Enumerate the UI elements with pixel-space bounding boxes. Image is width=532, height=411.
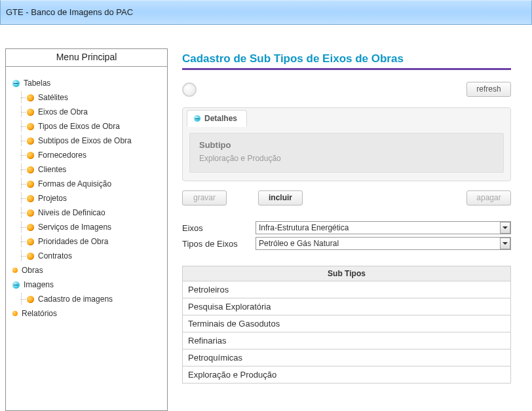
table-row[interactable]: Pesquisa Exploratória: [183, 298, 511, 315]
nav-item[interactable]: Tipos de Eixos de Obra: [16, 119, 167, 134]
tree-line: [16, 106, 27, 118]
collapse-icon: [12, 281, 20, 289]
button-label: gravar: [193, 193, 216, 202]
nav-item[interactable]: Serviços de Imagens: [16, 220, 167, 234]
nav-imagens[interactable]: Imagens: [12, 277, 167, 292]
bullet-icon: [27, 181, 34, 188]
table-cell: Pesquisa Exploratória: [183, 298, 511, 315]
nav-label: Subtipos de Eixos de Obra: [38, 135, 132, 147]
field-label-subtipo: Subtipo: [199, 140, 494, 150]
refresh-button[interactable]: refresh: [466, 82, 511, 97]
label-tipos-eixos: Tipos de Eixos: [182, 239, 256, 249]
nav-label: Serviços de Imagens: [38, 221, 111, 233]
tree-line: [16, 207, 27, 219]
chevron-down-icon[interactable]: [500, 222, 510, 234]
nav-item[interactable]: Niveis de Definicao: [16, 206, 167, 220]
table-cell: Petroleiros: [183, 281, 511, 298]
subtipos-table: Sub Tipos PetroleirosPesquisa Exploratór…: [182, 266, 511, 384]
nav-item[interactable]: Clientes: [16, 162, 167, 177]
select-value: Petróleo e Gás Natural: [259, 239, 508, 248]
nav-label: Formas de Aquisição: [38, 178, 111, 190]
bullet-icon: [27, 166, 34, 173]
table-row[interactable]: Petroleiros: [183, 281, 511, 298]
bullet-icon: [27, 109, 34, 116]
nav-label: Relatórios: [22, 308, 57, 319]
bullet-icon: [27, 296, 34, 303]
nav-label: Fornecedores: [38, 149, 86, 161]
label-eixos: Eixos: [182, 223, 256, 233]
select-value: Infra-Estrutura Energética: [259, 223, 508, 232]
table-row[interactable]: Exploração e Produção: [183, 366, 511, 384]
nav-item[interactable]: Contratos: [16, 249, 167, 263]
bullet-icon: [27, 209, 34, 217]
apagar-button[interactable]: apagar: [466, 190, 511, 206]
tree-line: [16, 192, 27, 204]
nav-label: Imagens: [24, 279, 54, 291]
tab-label: Detalhes: [204, 114, 237, 123]
window-titlebar: GTE - Banco de Imagens do PAC: [0, 0, 532, 25]
nav-label: Niveis de Definicao: [38, 207, 105, 219]
nav-obras[interactable]: Obras: [12, 263, 167, 277]
nav-item[interactable]: Satélites: [16, 90, 167, 105]
bullet-icon: [27, 152, 34, 159]
tree-line: [16, 164, 27, 175]
nav-item[interactable]: Eixos de Obra: [16, 105, 167, 119]
nav-label: Prioridades de Obra: [38, 236, 108, 247]
table-cell: Terminais de Gasodutos: [183, 315, 511, 332]
title-divider: [182, 68, 511, 70]
bullet-icon: [27, 94, 34, 101]
nav-item[interactable]: Cadastro de imagens: [16, 292, 167, 306]
nav-item[interactable]: Prioridades de Obra: [16, 234, 167, 249]
nav-item[interactable]: Formas de Aquisição: [16, 177, 167, 191]
divider: [6, 66, 167, 67]
tab-detalhes[interactable]: Detalhes: [187, 110, 247, 127]
table-cell: Refinarias: [183, 332, 511, 349]
tree-line: [16, 236, 27, 247]
tree-line: [16, 178, 27, 190]
bullet-icon: [27, 195, 34, 202]
tree-line: [16, 149, 27, 161]
button-label: incluir: [269, 193, 292, 202]
table-cell: Petroquímicas: [183, 349, 511, 366]
tree-line: [16, 221, 27, 233]
sidebar: Menu Principal TabelasSatélitesEixos de …: [5, 48, 168, 411]
bullet-icon: [27, 137, 34, 145]
page-title: Cadastro de Sub Tipos de Eixos de Obras: [182, 52, 516, 65]
nav-relatorios[interactable]: Relatórios: [12, 306, 167, 321]
table-row[interactable]: Refinarias: [183, 332, 511, 349]
nav-label: Tipos de Eixos de Obra: [38, 120, 120, 132]
nav-label: Projetos: [38, 192, 67, 204]
status-indicator-icon: [182, 82, 197, 97]
nav-label: Satélites: [38, 92, 68, 103]
nav-label: Clientes: [38, 164, 66, 175]
nav-tabelas[interactable]: Tabelas: [12, 76, 167, 90]
select-tipos-eixos[interactable]: Petróleo e Gás Natural: [256, 237, 511, 250]
nav-label: Cadastro de imagens: [38, 293, 113, 305]
tree-line: [16, 293, 27, 305]
select-eixos[interactable]: Infra-Estrutura Energética: [256, 221, 511, 234]
nav-item[interactable]: Projetos: [16, 191, 167, 206]
subtipo-input[interactable]: [199, 152, 494, 164]
bullet-icon: [27, 123, 34, 130]
details-panel: Detalhes Subtipo: [182, 107, 511, 181]
bullet-icon: [12, 268, 18, 273]
app-title: GTE - Banco de Imagens do PAC: [6, 7, 133, 17]
bullet-icon: [27, 253, 34, 260]
button-label: refresh: [476, 84, 501, 94]
button-label: apagar: [476, 193, 501, 202]
nav-tree: TabelasSatélitesEixos de ObraTipos de Ei…: [6, 76, 167, 321]
gravar-button[interactable]: gravar: [182, 190, 227, 206]
nav-label: Contratos: [38, 250, 72, 262]
nav-item[interactable]: Fornecedores: [16, 148, 167, 162]
main-content: Cadastro de Sub Tipos de Eixos de Obras …: [168, 25, 532, 411]
nav-label: Tabelas: [24, 77, 50, 89]
bullet-icon: [27, 238, 34, 245]
incluir-button[interactable]: incluir: [258, 190, 303, 206]
table-row[interactable]: Terminais de Gasodutos: [183, 315, 511, 332]
chevron-down-icon[interactable]: [500, 238, 510, 249]
sidebar-title: Menu Principal: [6, 49, 167, 66]
table-row[interactable]: Petroquímicas: [183, 349, 511, 366]
tree-line: [16, 92, 27, 103]
nav-item[interactable]: Subtipos de Eixos de Obra: [16, 134, 167, 148]
tree-line: [16, 135, 27, 147]
